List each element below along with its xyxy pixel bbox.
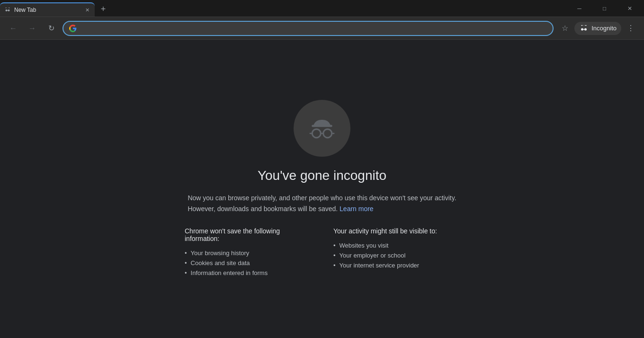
close-button[interactable]: ✕: [619, 0, 640, 17]
incognito-description: Now you can browse privately, and other …: [188, 193, 456, 214]
main-content: You've gone incognito Now you can browse…: [0, 40, 644, 338]
minimize-button[interactable]: ─: [569, 0, 590, 17]
svg-rect-5: [581, 29, 586, 29]
wont-save-list: Your browsing history Cookies and site d…: [185, 248, 311, 278]
active-tab[interactable]: New Tab ✕: [0, 2, 95, 17]
title-bar: New Tab ✕ + ─ □ ✕: [0, 0, 644, 17]
svg-rect-6: [312, 125, 332, 127]
menu-button[interactable]: ⋮: [623, 21, 638, 36]
incognito-title: You've gone incognito: [258, 168, 386, 183]
back-button[interactable]: ←: [6, 21, 21, 36]
svg-rect-2: [6, 10, 9, 11]
info-columns: Chrome won't save the following informat…: [185, 227, 459, 278]
list-item: Your browsing history: [185, 248, 311, 258]
visible-to-list: Websites you visit Your employer or scho…: [333, 240, 459, 270]
list-item: Cookies and site data: [185, 258, 311, 268]
window-controls: ─ □ ✕: [565, 0, 644, 17]
list-item: Your internet service provider: [333, 260, 459, 270]
visible-to-title: Your activity might still be visible to:: [333, 227, 459, 235]
learn-more-link[interactable]: Learn more: [340, 205, 374, 213]
incognito-badge[interactable]: Incognito: [574, 22, 621, 35]
incognito-container: You've gone incognito Now you can browse…: [156, 100, 488, 278]
google-favicon: [69, 25, 77, 32]
refresh-button[interactable]: ↻: [44, 21, 59, 36]
desc-line2: However, downloads and bookmarks will be…: [188, 205, 338, 213]
tab-title: New Tab: [14, 7, 83, 13]
bookmark-button[interactable]: ☆: [557, 21, 572, 36]
list-item: Information entered in forms: [185, 268, 311, 278]
new-tab-button[interactable]: +: [97, 2, 110, 16]
wont-save-title: Chrome won't save the following informat…: [185, 227, 311, 242]
forward-button[interactable]: →: [25, 21, 40, 36]
incognito-badge-icon: [579, 24, 589, 33]
desc-line1: Now you can browse privately, and other …: [188, 194, 456, 202]
nav-actions: ☆ Incognito ⋮: [557, 21, 638, 36]
tab-favicon: [4, 6, 11, 14]
tab-area: New Tab ✕ +: [0, 0, 565, 17]
incognito-badge-text: Incognito: [591, 25, 617, 32]
address-input[interactable]: [80, 25, 547, 32]
incognito-icon-circle: [294, 100, 350, 157]
tab-close-button[interactable]: ✕: [83, 6, 91, 14]
visible-to-column: Your activity might still be visible to:…: [333, 227, 459, 278]
restore-button[interactable]: □: [594, 0, 615, 17]
navigation-bar: ← → ↻ ☆ Incognito: [0, 17, 644, 40]
address-bar[interactable]: [63, 21, 554, 36]
wont-save-column: Chrome won't save the following informat…: [185, 227, 311, 278]
list-item: Websites you visit: [333, 240, 459, 250]
list-item: Your employer or school: [333, 250, 459, 260]
svg-point-7: [312, 129, 321, 138]
svg-point-8: [323, 129, 332, 138]
